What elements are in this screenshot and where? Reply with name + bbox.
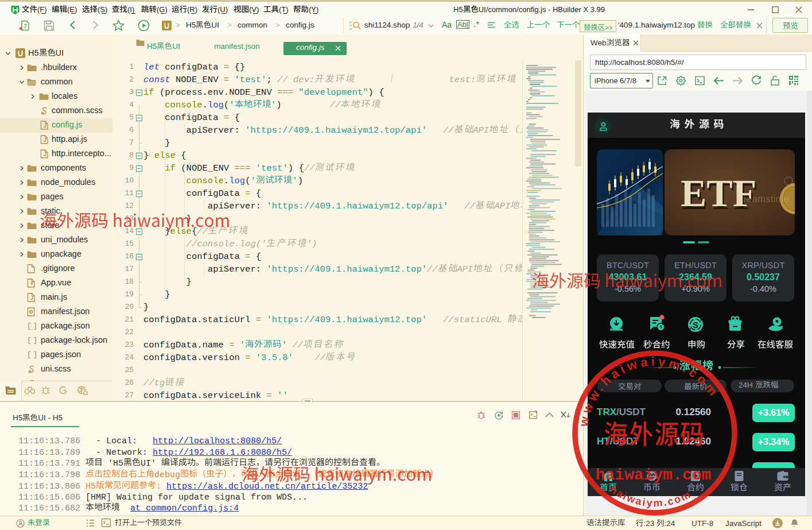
svg-text:S: S [693, 320, 698, 330]
svg-text:dreamstime: dreamstime [738, 194, 789, 204]
svg-text:ETF: ETF [681, 171, 756, 215]
